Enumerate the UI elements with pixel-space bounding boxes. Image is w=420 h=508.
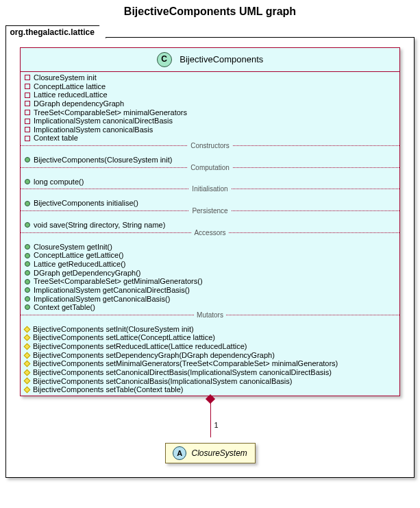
method-member: ClosureSystem getInit() — [25, 243, 395, 252]
class-marker-icon: C — [157, 52, 172, 67]
field-member: TreeSet<ComparableSet> minimalGenerators — [25, 108, 395, 117]
field-text: ConceptLattice lattice — [34, 82, 106, 91]
method-text: ImplicationalSystem getCanonicalDirectBa… — [34, 286, 190, 295]
method-text: DGraph getDependencyGraph() — [34, 269, 141, 278]
class-header: C BijectiveComponents — [21, 48, 399, 72]
class-box: C BijectiveComponents ClosureSystem init… — [20, 47, 400, 396]
field-visibility-icon — [25, 110, 30, 115]
field-member: ClosureSystem init — [25, 73, 395, 82]
method-text: BijectiveComponents setTable(Context tab… — [33, 385, 184, 394]
section-separator: Constructors — [21, 145, 399, 153]
method-visibility-icon — [25, 222, 30, 228]
diagram-canvas: BijectiveComponents UML graph org.thegal… — [0, 0, 420, 508]
field-visibility-icon — [25, 136, 30, 141]
field-visibility-icon — [25, 101, 30, 106]
field-visibility-icon — [25, 84, 30, 89]
field-text: DGraph dependencyGraph — [34, 99, 124, 108]
method-visibility-icon — [24, 369, 31, 376]
method-visibility-icon — [24, 335, 31, 341]
field-visibility-icon — [25, 127, 30, 132]
method-visibility-icon — [24, 326, 31, 332]
method-section: BijectiveComponents setInit(ClosureSyste… — [21, 324, 399, 396]
multiplicity-label: 1 — [214, 421, 219, 429]
section-separator: Accessors — [21, 232, 399, 240]
method-text: long compute() — [34, 178, 84, 186]
method-visibility-icon — [25, 296, 30, 302]
method-visibility-icon — [25, 279, 30, 285]
method-text: Context getTable() — [34, 303, 95, 312]
field-member: ImplicationalSystem canonicalDirectBasis — [25, 117, 395, 125]
abstract-class-box: A ClosureSystem — [165, 443, 256, 463]
field-member: DGraph dependencyGraph — [25, 99, 395, 108]
package-name: org.thegalactic.lattice — [5, 25, 106, 38]
method-text: BijectiveComponents(ClosureSystem init) — [34, 156, 172, 165]
method-member: ImplicationalSystem getCanonicalBasis() — [25, 295, 395, 304]
method-text: TreeSet<ComparableSet> getMinimalGenerat… — [34, 277, 203, 286]
field-visibility-icon — [25, 75, 30, 80]
section-label: Initialisation — [189, 185, 230, 193]
section-label: Persistence — [189, 207, 230, 215]
class-name: BijectiveComponents — [180, 54, 263, 64]
method-visibility-icon — [25, 270, 30, 276]
method-visibility-icon — [25, 287, 30, 293]
method-text: ConceptLattice getLattice() — [34, 251, 123, 260]
composition-connector: 1 — [20, 396, 400, 443]
section-separator: Computation — [21, 167, 399, 175]
method-member: DGraph getDependencyGraph() — [25, 269, 395, 278]
method-member: BijectiveComponents setReducedLattice(La… — [25, 342, 395, 351]
method-text: BijectiveComponents setReducedLattice(La… — [33, 342, 247, 351]
method-visibility-icon — [25, 157, 30, 162]
field-text: ImplicationalSystem canonicalBasis — [34, 125, 153, 134]
method-section: ClosureSystem getInit()ConceptLattice ge… — [21, 241, 399, 313]
method-member: BijectiveComponents setLattice(ConceptLa… — [25, 333, 395, 342]
field-member: ConceptLattice lattice — [25, 82, 395, 91]
diagram-title: BijectiveComponents UML graph — [0, 0, 420, 22]
field-text: Lattice reducedLattice — [34, 90, 108, 99]
method-visibility-icon — [24, 343, 31, 350]
method-text: BijectiveComponents setDependencyGraph(D… — [33, 351, 275, 360]
method-visibility-icon — [25, 244, 30, 250]
method-member: BijectiveComponents setCanonicalDirectBa… — [25, 368, 395, 377]
field-text: ClosureSystem init — [34, 73, 97, 82]
method-member: TreeSet<ComparableSet> getMinimalGenerat… — [25, 277, 395, 286]
package-frame: org.thegalactic.lattice C BijectiveCompo… — [5, 37, 415, 478]
field-visibility-icon — [25, 93, 30, 98]
method-text: Lattice getReducedLattice() — [34, 260, 126, 269]
method-member: BijectiveComponents setTable(Context tab… — [25, 385, 395, 394]
method-visibility-icon — [25, 253, 30, 258]
method-text: BijectiveComponents setMinimalGenerators… — [33, 359, 338, 368]
connector-line — [210, 396, 212, 437]
method-text: BijectiveComponents setCanonicalBasis(Im… — [33, 377, 292, 386]
field-text: TreeSet<ComparableSet> minimalGenerators — [34, 108, 187, 117]
method-text: BijectiveComponents setInit(ClosureSyste… — [33, 325, 194, 334]
method-visibility-icon — [24, 361, 31, 367]
method-member: BijectiveComponents(ClosureSystem init) — [25, 156, 395, 165]
method-text: ImplicationalSystem getCanonicalBasis() — [34, 295, 170, 304]
method-visibility-icon — [25, 179, 30, 184]
method-visibility-icon — [25, 201, 30, 206]
method-member: BijectiveComponents setCanonicalBasis(Im… — [25, 377, 395, 386]
field-member: Lattice reducedLattice — [25, 90, 395, 99]
section-label: Accessors — [191, 229, 228, 237]
section-label: Computation — [188, 164, 232, 171]
method-member: BijectiveComponents setMinimalGenerators… — [25, 359, 395, 368]
abstract-marker-icon: A — [173, 446, 186, 460]
field-visibility-icon — [25, 119, 30, 124]
method-text: void save(String directory, String name) — [34, 221, 165, 230]
method-text: BijectiveComponents initialise() — [34, 199, 138, 208]
method-visibility-icon — [25, 261, 30, 267]
field-member: ImplicationalSystem canonicalBasis — [25, 125, 395, 134]
method-member: void save(String directory, String name) — [25, 221, 395, 230]
fields-section: ClosureSystem initConceptLattice lattice… — [21, 72, 399, 144]
section-label: Constructors — [188, 142, 232, 149]
method-visibility-icon — [24, 387, 31, 394]
method-visibility-icon — [24, 352, 31, 359]
section-label: Mutators — [194, 311, 226, 319]
abstract-class-name: ClosureSystem — [191, 448, 247, 458]
method-visibility-icon — [24, 378, 31, 385]
method-text: BijectiveComponents setLattice(ConceptLa… — [33, 333, 215, 342]
method-member: Lattice getReducedLattice() — [25, 260, 395, 269]
field-text: ImplicationalSystem canonicalDirectBasis — [34, 117, 173, 125]
method-text: BijectiveComponents setCanonicalDirectBa… — [33, 368, 332, 377]
section-separator: Persistence — [21, 210, 399, 218]
